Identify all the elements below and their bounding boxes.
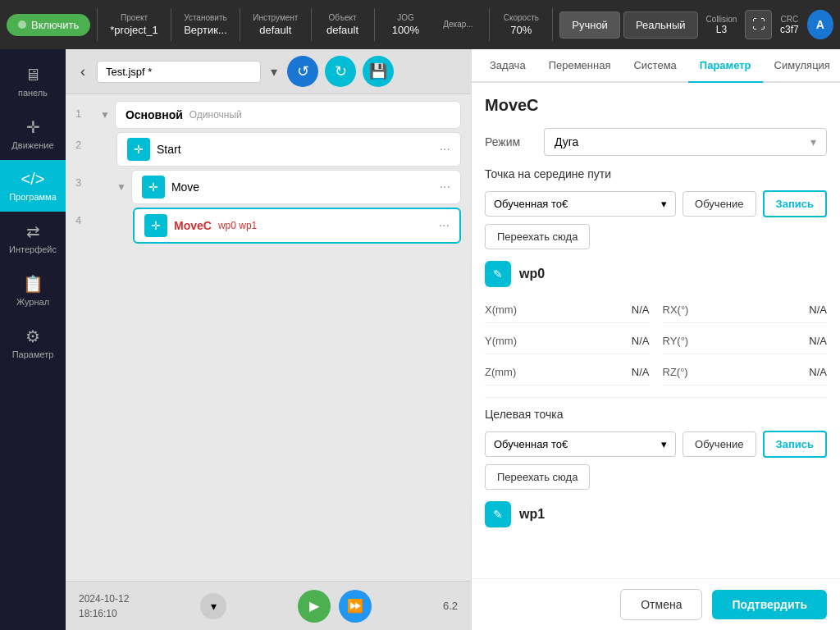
code-row-4: 4 ✛ MoveC wp0 wp1 ···: [75, 208, 461, 244]
separator-4: [311, 8, 312, 41]
install-group: Установить Вертик...: [178, 10, 233, 39]
collision-group: Collision L3: [701, 11, 742, 39]
midpoint-learn-button[interactable]: Обучение: [682, 191, 756, 217]
section-title: MoveC: [485, 96, 827, 115]
sidebar-label-panel: панель: [18, 88, 48, 98]
code-row-2: 2 ✛ Start ···: [75, 132, 461, 167]
manual-mode-button[interactable]: Ручной: [559, 11, 620, 39]
right-tabs: Задача Переменная Система Параметр Симул…: [472, 49, 840, 83]
collision-label: Collision: [706, 15, 737, 24]
separator-5: [374, 8, 375, 41]
wp0-rx-label: RX(°): [663, 304, 689, 316]
wp0-rx-row: RX(°) N/A: [663, 297, 828, 323]
status-dot: [18, 21, 26, 29]
fast-forward-button[interactable]: ⏩: [339, 590, 372, 623]
midpoint-label: Точка на середине пути: [485, 167, 827, 180]
midpoint-section: Точка на середине пути Обученная то€ ▾ О…: [485, 167, 827, 261]
midpoint-record-button[interactable]: Запись: [763, 190, 827, 217]
enable-label: Включить: [31, 19, 79, 31]
right-footer: Отмена Подтвердить: [472, 578, 840, 630]
sidebar-item-param[interactable]: ⚙ Параметр: [0, 317, 66, 369]
wp0-rz-label: RZ(°): [663, 366, 688, 378]
movec-more-button[interactable]: ···: [439, 218, 450, 233]
tab-simulation[interactable]: Симуляция: [763, 49, 840, 83]
midpoint-dropdown-arrow: ▾: [661, 198, 667, 210]
sidebar-item-move[interactable]: ✛ Движение: [0, 107, 66, 160]
target-label: Целевая точка: [485, 408, 827, 421]
enable-button[interactable]: Включить: [7, 14, 90, 36]
code-main-sub: Одиночный: [189, 109, 242, 121]
confirm-button[interactable]: Подтвердить: [712, 590, 827, 619]
separator-2: [171, 8, 171, 41]
midpoint-select-row: Обученная то€ ▾ Обучение Запись: [485, 190, 827, 217]
code-icon: </>: [21, 170, 45, 189]
tab-system[interactable]: Система: [622, 49, 687, 83]
real-mode-button[interactable]: Реальный: [623, 11, 698, 39]
wp1-header: ✎ wp1: [485, 501, 827, 527]
left-sidebar: 🖥 панель ✛ Движение </> Программа ⇄ Инте…: [0, 49, 66, 630]
target-goto-button[interactable]: Переехать сюда: [485, 464, 590, 490]
jog-value: 100%: [392, 24, 419, 36]
tab-task[interactable]: Задача: [478, 49, 537, 83]
sidebar-item-interface[interactable]: ⇄ Интерфейс: [0, 212, 66, 264]
speed-group: Скорость 70%: [496, 10, 546, 39]
midpoint-dropdown-value: Обученная то€: [494, 198, 568, 210]
target-record-button[interactable]: Запись: [763, 431, 827, 458]
crc-group: CRC c3f7: [775, 11, 804, 39]
jog-group: JOG 100%: [381, 10, 430, 39]
sidebar-label-interface: Интерфейс: [9, 244, 57, 254]
datetime-display: 2024-10-12 18:16:10: [79, 591, 129, 621]
wp0-x-label: X(mm): [485, 304, 517, 316]
main-layout: 🖥 панель ✛ Движение </> Программа ⇄ Инте…: [0, 49, 840, 630]
target-dropdown[interactable]: Обученная то€ ▾: [485, 431, 676, 457]
sidebar-item-program[interactable]: </> Программа: [0, 160, 66, 212]
filename-display: Test.jspf *: [97, 61, 261, 83]
wp0-x-value: N/A: [632, 304, 650, 316]
code-main-label: Основной: [126, 108, 183, 121]
divider-1: [485, 397, 827, 398]
tab-variable[interactable]: Переменная: [537, 49, 623, 83]
target-learn-button[interactable]: Обучение: [682, 431, 756, 457]
wp0-y-value: N/A: [632, 335, 650, 347]
wp1-name: wp1: [519, 507, 545, 522]
install-value: Вертик...: [184, 24, 227, 36]
avatar[interactable]: A: [807, 10, 833, 39]
tab-param[interactable]: Параметр: [688, 49, 763, 83]
save-button[interactable]: 💾: [363, 56, 394, 87]
wp0-icon: ✎: [485, 261, 511, 287]
redo-button[interactable]: ↻: [325, 56, 356, 87]
start-block-label: Start: [157, 143, 181, 156]
target-select-row: Обученная то€ ▾ Обучение Запись: [485, 431, 827, 458]
mode-value: Дуга: [555, 135, 578, 148]
sidebar-item-journal[interactable]: 📋 Журнал: [0, 264, 66, 317]
midpoint-dropdown[interactable]: Обученная то€ ▾: [485, 191, 676, 217]
interface-icon: ⇄: [26, 221, 40, 241]
play-button[interactable]: ▶: [298, 590, 331, 623]
back-button[interactable]: ‹: [75, 60, 90, 84]
undo-button[interactable]: ↺: [287, 56, 318, 87]
wp0-rx-value: N/A: [809, 304, 827, 316]
start-more-button[interactable]: ···: [440, 142, 450, 157]
object-group: Объект default: [318, 10, 368, 39]
line-num-1: 1: [75, 101, 100, 120]
separator-3: [240, 8, 240, 41]
editor-toolbar: ‹ Test.jspf * ▾ ↺ ↻ 💾: [66, 49, 471, 94]
wp0-rz-value: N/A: [809, 366, 827, 378]
line-num-3: 3: [75, 170, 100, 189]
chevron-down-button[interactable]: ▾: [200, 593, 226, 619]
move-more-button[interactable]: ···: [440, 180, 450, 194]
filename-dropdown-button[interactable]: ▾: [267, 61, 281, 83]
screen-icon-button[interactable]: ⛶: [745, 10, 772, 39]
wp0-coords: X(mm) N/A RX(°) N/A Y(mm) N/A RY(°) N/A …: [485, 297, 827, 386]
cancel-button[interactable]: Отмена: [620, 589, 702, 620]
midpoint-goto-button[interactable]: Переехать сюда: [485, 224, 590, 249]
mode-select[interactable]: Дуга ▾: [544, 128, 827, 156]
mode-dropdown-icon: ▾: [810, 135, 816, 148]
bottom-bar: 2024-10-12 18:16:10 ▾ ▶ ⏩ 6.2: [66, 581, 471, 630]
wp0-z-row: Z(mm) N/A: [485, 359, 650, 386]
code-row-1: 1 ▼ Основной Одиночный: [75, 101, 461, 129]
wp0-x-row: X(mm) N/A: [485, 297, 650, 323]
code-area: 1 ▼ Основной Одиночный 2 ✛ Start: [66, 94, 471, 581]
sidebar-item-panel[interactable]: 🖥 панель: [0, 56, 66, 107]
tool-group: Инструмент default: [247, 10, 304, 39]
